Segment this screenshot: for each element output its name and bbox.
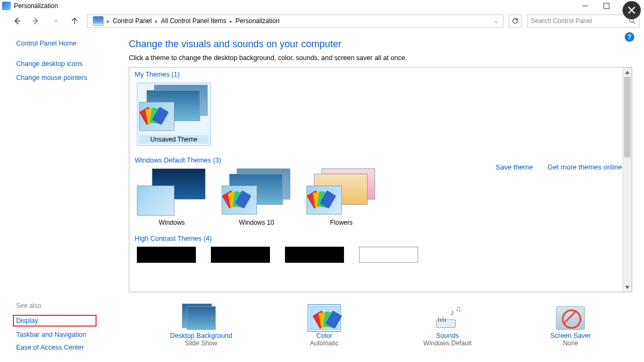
maximize-button[interactable] bbox=[596, 0, 617, 12]
screen-saver-icon bbox=[556, 306, 585, 330]
window-title: Personalization bbox=[14, 2, 574, 10]
app-icon bbox=[2, 2, 11, 10]
link-taskbar-navigation[interactable]: Taskbar and Navigation bbox=[16, 331, 118, 338]
page-subtext: Click a theme to change the desktop back… bbox=[129, 54, 632, 62]
theme-windows10[interactable]: Windows 10 bbox=[222, 168, 291, 226]
sounds-icon: ♪ ♫ bbox=[433, 306, 462, 330]
link-ease-of-access[interactable]: Ease of Access Center bbox=[16, 344, 118, 351]
quick-title: Desktop Background bbox=[156, 332, 247, 339]
quick-title: Sounds bbox=[402, 332, 493, 339]
quick-subtitle: Windows Default bbox=[402, 339, 493, 347]
search-input[interactable]: Search Control Panel bbox=[527, 14, 640, 28]
theme-label: Flowers bbox=[306, 219, 376, 226]
see-also: See also Display Taskbar and Navigation … bbox=[16, 302, 118, 357]
chevron-right-icon[interactable]: ▸ bbox=[153, 18, 160, 24]
vertical-scrollbar[interactable] bbox=[623, 68, 632, 292]
sidebar-link-mouse-pointers[interactable]: Change mouse pointers bbox=[16, 74, 113, 82]
svg-rect-1 bbox=[604, 3, 609, 9]
forward-button[interactable] bbox=[28, 14, 44, 27]
link-get-more-themes[interactable]: Get more themes online bbox=[547, 163, 622, 171]
quick-title: Screen Saver bbox=[525, 332, 616, 339]
chevron-right-icon[interactable]: ▸ bbox=[228, 18, 235, 24]
scroll-up-arrow[interactable] bbox=[623, 68, 632, 77]
quick-subtitle: Automatic bbox=[279, 339, 370, 347]
theme-label: Windows 10 bbox=[222, 219, 291, 226]
search-placeholder: Search Control Panel bbox=[531, 17, 628, 25]
address-dropdown[interactable]: ⌵ bbox=[491, 17, 501, 25]
theme-high-contrast-3[interactable] bbox=[285, 247, 344, 263]
theme-high-contrast-1[interactable] bbox=[137, 247, 196, 263]
svg-text:♪: ♪ bbox=[450, 307, 454, 317]
quick-screen-saver[interactable]: Screen Saver None bbox=[525, 306, 616, 347]
breadcrumb-all-items[interactable]: All Control Panel Items bbox=[160, 17, 228, 25]
desktop-background-icon bbox=[187, 306, 216, 330]
themes-panel: My Themes (1) Unsaved Theme Save theme G… bbox=[129, 67, 632, 292]
theme-high-contrast-2[interactable] bbox=[211, 247, 270, 263]
quick-color[interactable]: Color Automatic bbox=[279, 306, 370, 347]
quick-desktop-background[interactable]: Desktop Background Slide Show bbox=[156, 306, 247, 347]
sidebar-link-desktop-icons[interactable]: Change desktop icons bbox=[16, 60, 113, 68]
theme-unsaved[interactable]: Unsaved Theme bbox=[137, 83, 211, 146]
chevron-right-icon[interactable]: ▸ bbox=[105, 18, 112, 24]
refresh-button[interactable] bbox=[509, 14, 522, 28]
sidebar-link-home[interactable]: Control Panel Home bbox=[16, 40, 113, 47]
link-save-theme[interactable]: Save theme bbox=[496, 163, 533, 171]
close-button[interactable] bbox=[623, 1, 641, 19]
theme-windows[interactable]: Windows bbox=[137, 168, 207, 226]
breadcrumb-personalization[interactable]: Personalization bbox=[235, 17, 281, 25]
highlight-display: Display bbox=[13, 315, 97, 327]
back-button[interactable] bbox=[9, 14, 25, 27]
scroll-down-arrow[interactable] bbox=[623, 283, 632, 292]
quick-sounds[interactable]: ♪ ♫ Sounds Windows Default bbox=[402, 306, 493, 347]
page-heading: Change the visuals and sounds on your co… bbox=[129, 39, 632, 50]
theme-flowers[interactable]: Flowers bbox=[306, 168, 376, 226]
theme-label: Unsaved Theme bbox=[139, 135, 209, 144]
theme-label: Windows bbox=[137, 219, 207, 226]
scroll-thumb[interactable] bbox=[624, 77, 631, 157]
group-high-contrast: High Contrast Themes (4) bbox=[129, 232, 632, 243]
color-icon bbox=[310, 306, 339, 330]
location-icon bbox=[93, 16, 104, 26]
svg-line-5 bbox=[633, 22, 635, 24]
svg-rect-6 bbox=[436, 320, 455, 328]
svg-text:♫: ♫ bbox=[455, 306, 461, 313]
breadcrumb-control-panel[interactable]: Control Panel bbox=[112, 17, 153, 25]
theme-high-contrast-4[interactable] bbox=[359, 247, 418, 263]
quick-subtitle: None bbox=[525, 339, 616, 347]
up-button[interactable] bbox=[67, 14, 83, 27]
link-display[interactable]: Display bbox=[16, 317, 93, 324]
see-also-header: See also bbox=[16, 302, 118, 309]
quick-subtitle: Slide Show bbox=[156, 339, 247, 347]
group-my-themes: My Themes (1) bbox=[129, 68, 632, 79]
quick-title: Color bbox=[279, 332, 370, 339]
address-bar[interactable]: ▸ Control Panel ▸ All Control Panel Item… bbox=[87, 14, 503, 28]
recent-dropdown[interactable] bbox=[47, 14, 63, 27]
minimize-button[interactable] bbox=[574, 0, 596, 12]
